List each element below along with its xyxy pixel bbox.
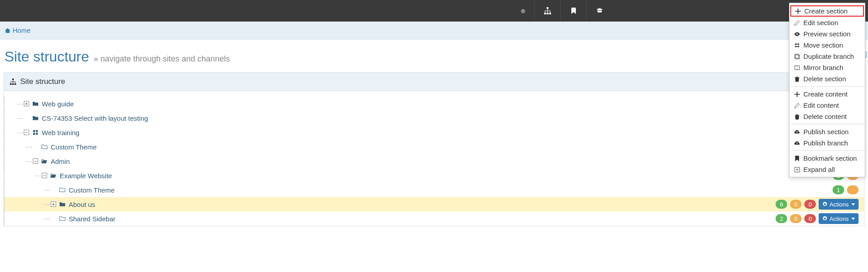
tree-row[interactable]: ⋯Custom Theme1 [4,183,864,197]
context-menu: 1 Create sectionEdit sectionPreview sect… [789,3,865,177]
tree-connector: ⋯ [44,186,50,194]
actions-button[interactable]: Actions [819,213,859,224]
badge-green: 2 [776,214,787,223]
tree-row[interactable]: ⋯−Web training3 [4,125,864,140]
breadcrumb-home[interactable]: Home [13,26,31,34]
menu-item-move-section[interactable]: Move section [789,39,865,51]
badge-orange: 0 [790,200,802,209]
tree-row[interactable]: ⋯−Admin0 [4,154,864,168]
page-title-main: Site structure [4,48,89,65]
tree-connector: ⋯ [44,215,50,223]
badge-green: 6 [776,200,787,209]
folder-icon [32,101,39,107]
menu-item-edit-content[interactable]: Edit content [789,100,865,111]
toggle-spacer [24,115,29,121]
page-title: Site structure » navigate through sites … [0,39,868,72]
tree-row[interactable]: ⋯+Web guide3 [4,97,864,111]
folder-open-icon [41,158,48,164]
menu-item-duplicate-branch[interactable]: Duplicate branch [789,51,865,62]
tree-node-label[interactable]: Web training [42,129,79,136]
notification-dot: ● [512,5,534,17]
badge-red: 0 [804,200,816,209]
panel-title: Site structure [20,77,65,86]
tree-connector: ⋯ [17,100,23,108]
tree-row[interactable]: ⋯Custom Theme0 [4,140,864,154]
tree-connector: ⋯ [17,128,23,136]
badge-orange [847,185,859,194]
panel-header: Site structure [4,72,864,91]
menu-item-create-content[interactable]: Create content [789,88,865,100]
folder-outline-icon [59,215,66,222]
tree-row[interactable]: ⋯+About us600Actions [4,197,864,211]
menu-item-bookmark-section[interactable]: Bookmark section [789,153,865,164]
toggle-spacer [51,216,56,221]
breadcrumb: Home [0,22,868,39]
grid-icon [32,129,39,136]
tree-node-label[interactable]: Admin [51,158,70,165]
toggle-plus-icon[interactable]: + [51,202,56,207]
tree-node-label[interactable]: Custom Theme [69,186,114,194]
page-title-sub: » navigate through sites and channels [94,54,230,63]
menu-item-expand-all[interactable]: Expand all [789,164,865,175]
tree-connector: ⋯ [17,114,23,122]
badge-red: 0 [804,214,816,223]
toggle-minus-icon[interactable]: − [42,173,47,178]
menu-item-publish-branch[interactable]: Publish branch [789,137,865,149]
toggle-minus-icon[interactable]: − [24,130,29,135]
folder-open-icon [50,172,57,179]
badge-group: 200Actions [776,213,859,224]
tree-node-label[interactable]: Web guide [42,100,74,108]
tree-panel: ⋯+Web guide3⋯CS-74353 Select with layout… [4,91,864,226]
bookmark-icon[interactable] [560,0,586,22]
tree-node-label[interactable]: Shared Sidebar [69,215,115,223]
tree-connector: ⋯ [26,157,32,165]
tree-row[interactable]: ⋯CS-74353 Select with layout testing1 [4,111,864,125]
tree-connector: ⋯ [26,143,32,151]
graduation-icon[interactable] [586,0,612,22]
tree-node-label[interactable]: Custom Theme [51,143,96,151]
tree-node-label[interactable]: About us [69,201,95,208]
actions-button[interactable]: Actions [819,199,859,210]
folder-icon [32,115,39,121]
home-icon [4,27,11,34]
menu-item-publish-section[interactable]: Publish section [789,126,865,137]
menu-item-mirror-branch[interactable]: Mirror branch [789,62,865,73]
folder-icon [59,201,66,207]
sitemap-icon[interactable] [534,0,560,22]
menu-item-create-section[interactable]: Create section [790,5,864,17]
top-bar: ● [0,0,868,22]
toggle-spacer [33,144,38,149]
tree-connector: ⋯ [44,200,50,208]
badge-group: 1 [833,185,859,194]
tree-connector: ⋯ [35,171,41,180]
toggle-plus-icon[interactable]: + [24,101,29,106]
badge-group: 600Actions [776,199,859,210]
badge-green: 1 [833,185,844,194]
toggle-spacer [51,187,56,193]
menu-item-delete-content[interactable]: Delete content [789,111,865,122]
menu-item-preview-section[interactable]: Preview section [789,28,865,39]
toggle-minus-icon[interactable]: − [33,158,38,164]
menu-item-delete-section[interactable]: Delete section [789,73,865,84]
tree-row[interactable]: ⋯−Example Website1 [4,168,864,183]
tree-node-label[interactable]: Example Website [60,172,112,180]
badge-orange: 0 [790,214,802,223]
tree-node-label[interactable]: CS-74353 Select with layout testing [42,114,148,122]
menu-item-edit-section[interactable]: Edit section [789,17,865,28]
folder-outline-icon [41,144,48,150]
folder-outline-icon [59,187,66,193]
tree-row[interactable]: ⋯Shared Sidebar200Actions [4,211,864,226]
sitemap-icon [9,78,17,85]
